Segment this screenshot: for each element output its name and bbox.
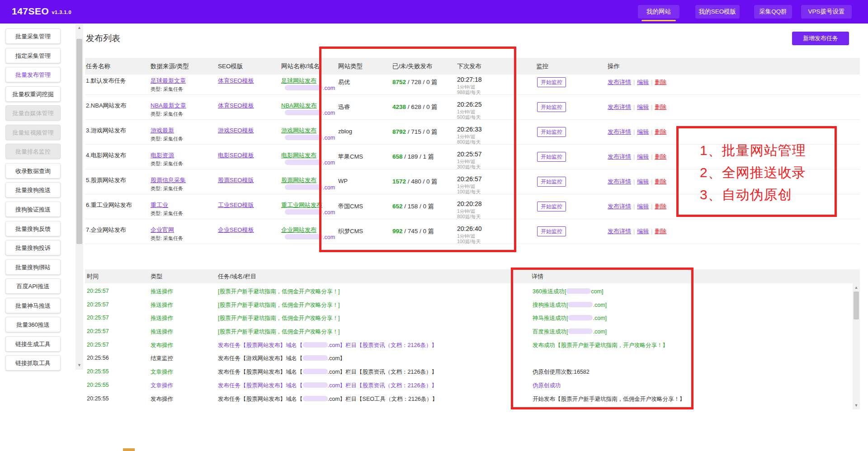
blurred-domain xyxy=(285,209,323,215)
log-time: 20:25:55 xyxy=(87,368,109,375)
log-content: [股票开户新手避坑指南，低佣金开户攻略分享！] xyxy=(218,288,340,296)
source-link[interactable]: 电影资源 xyxy=(151,151,174,160)
action-edit[interactable]: 编辑 xyxy=(637,203,649,210)
monitor-button[interactable]: 开始监控 xyxy=(537,77,566,87)
log-content: [股票开户新手避坑指南，低佣金开户攻略分享！] xyxy=(218,301,340,309)
scroll-down-icon[interactable]: ▼ xyxy=(75,363,83,367)
monitor-button[interactable]: 开始监控 xyxy=(537,177,566,187)
monitor-button[interactable]: 开始监控 xyxy=(537,152,566,162)
action-edit[interactable]: 编辑 xyxy=(637,79,649,85)
log-content: [股票开户新手避坑指南，低佣金开户攻略分享！] xyxy=(218,328,340,336)
action-publish-details[interactable]: 发布详情 xyxy=(608,128,631,135)
sidebar-item[interactable]: 批量权重词挖掘 xyxy=(5,86,61,102)
action-edit[interactable]: 编辑 xyxy=(637,128,649,135)
sidebar-item[interactable]: 指定采集管理 xyxy=(5,48,61,63)
site-link[interactable]: 股票网站发布 xyxy=(281,176,316,184)
add-publish-task-button[interactable]: 新增发布任务 xyxy=(792,32,849,45)
source-link[interactable]: 股票信息采集 xyxy=(151,176,186,184)
sidebar-item[interactable]: 百度API推送 xyxy=(5,278,61,294)
source-link[interactable]: 游戏最新 xyxy=(151,127,174,135)
action-publish-details[interactable]: 发布详情 xyxy=(608,103,631,110)
action-edit[interactable]: 编辑 xyxy=(637,228,649,235)
log-time: 20:25:57 xyxy=(87,315,109,321)
log-type: 推送操作 xyxy=(151,301,173,309)
column-header: 任务名称 xyxy=(86,59,110,74)
sidebar-item[interactable]: 批量搜狗绑站 xyxy=(5,259,61,275)
blurred-domain xyxy=(285,184,323,190)
sidebar-item[interactable]: 链接抓取工具 xyxy=(5,355,61,371)
action-delete[interactable]: 删除 xyxy=(655,178,666,185)
template-link[interactable]: 工业SEO模版 xyxy=(218,201,254,209)
sidebar-item[interactable]: 收录数据查询 xyxy=(5,163,61,179)
action-delete[interactable]: 删除 xyxy=(655,103,666,110)
template-link[interactable]: 电影SEO模板 xyxy=(218,151,254,160)
source-type: 类型: 采集任务 xyxy=(151,136,183,142)
log-scrollbar-thumb[interactable] xyxy=(854,291,859,319)
blurred-domain xyxy=(285,85,323,90)
source-link[interactable]: 重工业 xyxy=(151,201,168,209)
template-link[interactable]: 股票SEO模版 xyxy=(218,176,254,184)
sidebar-item[interactable]: 批量神马推送 xyxy=(5,298,61,313)
scroll-up-icon[interactable]: ▲ xyxy=(75,25,83,30)
monitor-button[interactable]: 开始监控 xyxy=(537,127,566,137)
log-time: 20:25:55 xyxy=(87,382,109,388)
action-publish-details[interactable]: 发布详情 xyxy=(608,203,631,210)
app-window: 147SEOv1.3.1.0 我的网站我的SEO模版采集QQ群VPS拨号设置 批… xyxy=(0,0,868,451)
action-edit[interactable]: 编辑 xyxy=(637,153,649,160)
action-publish-details[interactable]: 发布详情 xyxy=(608,178,631,185)
action-delete[interactable]: 删除 xyxy=(655,153,666,160)
sidebar-item[interactable]: 批量搜狗推送 xyxy=(5,182,61,197)
nav-item[interactable]: 我的网站 xyxy=(638,5,679,19)
monitor-button[interactable]: 开始监控 xyxy=(537,202,566,211)
template-link[interactable]: 游戏SEO模板 xyxy=(218,127,254,135)
monitor-button[interactable]: 开始监控 xyxy=(537,102,566,112)
log-content: 发布任务【股票网站发布】域名【.com】栏目【股票资讯（文档：2126条）】 xyxy=(218,368,437,376)
sidebar-item: 批量排名监控 xyxy=(5,144,61,159)
log-scroll-down-icon[interactable]: ▼ xyxy=(853,403,860,408)
log-time: 20:25:56 xyxy=(87,355,109,361)
sidebar-item[interactable]: 批量采集管理 xyxy=(5,28,61,44)
action-edit[interactable]: 编辑 xyxy=(637,178,649,185)
action-delete[interactable]: 删除 xyxy=(655,128,666,135)
site-link[interactable]: 足球网站发布 xyxy=(281,77,316,85)
sidebar-scrollbar-thumb[interactable] xyxy=(76,39,82,244)
action-edit[interactable]: 编辑 xyxy=(637,103,649,110)
template-link[interactable]: 体育SEO模板 xyxy=(218,77,254,85)
source-link[interactable]: 企业官网 xyxy=(151,226,174,234)
log-type: 结束监控 xyxy=(151,355,173,362)
action-delete[interactable]: 删除 xyxy=(655,228,666,235)
site-link[interactable]: 企业网站发布 xyxy=(281,226,316,234)
sidebar-item[interactable]: 链接生成工具 xyxy=(5,336,61,352)
row-actions: 发布详情|编辑|删除 xyxy=(608,178,666,186)
source-type: 类型: 采集任务 xyxy=(151,185,183,192)
site-link[interactable]: 游戏网站发布 xyxy=(281,127,316,135)
log-column-header: 类型 xyxy=(151,269,162,283)
action-delete[interactable]: 删除 xyxy=(655,203,666,210)
action-delete[interactable]: 删除 xyxy=(655,79,666,85)
site-link[interactable]: 重工业网站发布 xyxy=(281,201,322,209)
template-link[interactable]: 体育SEO模板 xyxy=(218,102,254,110)
template-link[interactable]: 企业SEO模板 xyxy=(218,226,254,234)
task-name: 5.股票网站发布 xyxy=(86,176,126,184)
sidebar-item[interactable]: 批量发布管理 xyxy=(5,67,61,82)
column-header: SEO模版 xyxy=(218,59,243,74)
action-publish-details[interactable]: 发布详情 xyxy=(608,153,631,160)
sidebar-item[interactable]: 批量360推送 xyxy=(5,317,61,332)
blurred-domain xyxy=(303,369,328,374)
sidebar-item[interactable]: 搜狗验证推送 xyxy=(5,202,61,217)
task-name: 6.重工业网站发布 xyxy=(86,201,132,209)
action-publish-details[interactable]: 发布详情 xyxy=(608,228,631,235)
nav-item[interactable]: 采集QQ群 xyxy=(754,5,792,19)
source-link[interactable]: 足球最新文章 xyxy=(151,77,186,85)
sidebar-item[interactable]: 批量搜狗反馈 xyxy=(5,221,61,236)
site-link[interactable]: 电影网站发布 xyxy=(281,151,316,160)
source-link[interactable]: NBA最新文章 xyxy=(151,102,186,110)
action-publish-details[interactable]: 发布详情 xyxy=(608,79,631,85)
log-scroll-up-icon[interactable]: ▲ xyxy=(853,285,860,290)
brand-name: 147SEO xyxy=(12,6,49,16)
nav-item[interactable]: VPS拨号设置 xyxy=(801,5,852,19)
nav-item[interactable]: 我的SEO模版 xyxy=(695,5,740,19)
monitor-button[interactable]: 开始监控 xyxy=(537,226,566,236)
site-link[interactable]: NBA网站发布 xyxy=(281,102,317,110)
sidebar-item[interactable]: 批量搜狗投诉 xyxy=(5,240,61,255)
